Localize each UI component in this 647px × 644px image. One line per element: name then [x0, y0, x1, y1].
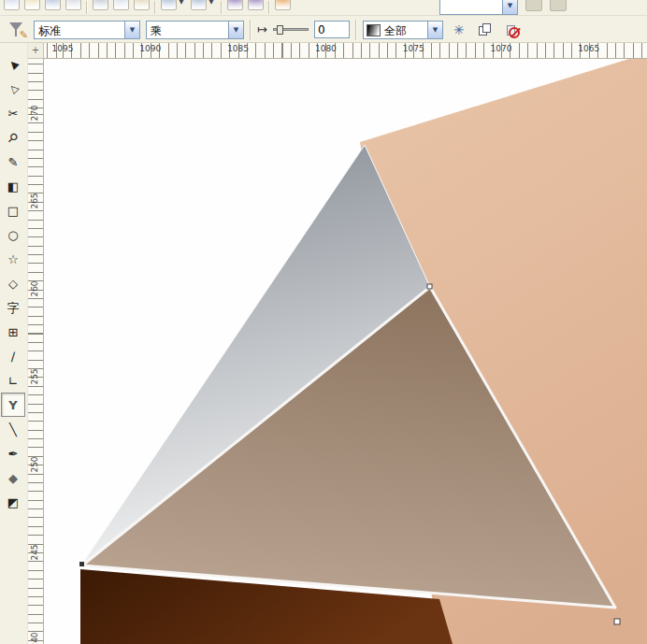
- open-icon: [24, 0, 40, 10]
- ruler-label: 260: [30, 279, 39, 298]
- chevron-down-icon[interactable]: ▼: [124, 21, 139, 38]
- node-handle[interactable]: [79, 562, 84, 566]
- chevron-down-icon[interactable]: ▼: [177, 0, 186, 10]
- ruler-label: 250: [30, 455, 39, 474]
- shape-tool[interactable]: ▷: [1, 77, 25, 101]
- new-document-button[interactable]: [4, 0, 20, 10]
- ruler-label: 1070: [491, 44, 512, 53]
- dimension-tool-icon: ∕: [11, 351, 15, 363]
- crop-tool[interactable]: ✂: [1, 101, 25, 125]
- transparency-operation-dropdown[interactable]: 乘 ▼: [146, 21, 244, 39]
- cut-icon: [93, 0, 108, 10]
- chevron-down-icon[interactable]: ▼: [228, 21, 243, 38]
- ruler-label: 1065: [578, 44, 599, 53]
- copy-icon: [113, 0, 129, 10]
- basic-shapes-tool-icon: ◇: [8, 278, 18, 290]
- undo-button[interactable]: ▼: [161, 0, 186, 10]
- toolbar-separator: [268, 1, 270, 14]
- export-button[interactable]: [248, 0, 264, 10]
- freehand-tool[interactable]: ✎: [1, 150, 25, 174]
- origin-icon: +: [32, 45, 39, 55]
- import-button[interactable]: [227, 0, 243, 10]
- text-tool[interactable]: 字: [1, 295, 25, 320]
- toolbar-separator: [221, 1, 223, 14]
- connector-tool[interactable]: ∟: [1, 368, 25, 393]
- ruler-label: 1075: [403, 44, 424, 53]
- app-window: ▼▼ ▼ ✎ 标准 ▼ 乘 ▼ ↦ 全部 ▼: [0, 0, 647, 644]
- copy-transparency-icon[interactable]: [475, 20, 496, 40]
- zoom-tool[interactable]: ⚲: [1, 125, 25, 150]
- ruler-label: 245: [30, 543, 39, 562]
- paste-button[interactable]: [134, 0, 150, 10]
- connector-tool-icon: ∟: [8, 375, 19, 387]
- open-button[interactable]: [24, 0, 40, 10]
- separator: [250, 20, 252, 40]
- transparency-slider[interactable]: [273, 28, 309, 31]
- fill-tool[interactable]: ◆: [1, 465, 25, 490]
- vertical-ruler[interactable]: 270265260255250245240: [28, 59, 44, 644]
- transparency-tool-icon: Y: [8, 399, 17, 411]
- slider-handle[interactable]: [277, 25, 283, 35]
- copy-button[interactable]: [113, 0, 129, 10]
- transparency-tool[interactable]: Y: [1, 393, 25, 417]
- cut-button[interactable]: [93, 0, 108, 10]
- transparency-value-input[interactable]: [314, 21, 350, 38]
- chevron-down-icon[interactable]: ▼: [207, 0, 216, 10]
- application-launcher-button[interactable]: [275, 0, 291, 10]
- outline-pen-tool[interactable]: ✒: [1, 441, 25, 465]
- smart-fill-tool[interactable]: ◧: [1, 174, 25, 198]
- polygon-tool[interactable]: ☆: [1, 247, 25, 271]
- print-button[interactable]: [65, 0, 81, 10]
- rectangle-tool-icon: □: [7, 205, 19, 217]
- zoom-level-combo[interactable]: ▼: [439, 0, 518, 15]
- table-tool[interactable]: ⊞: [1, 320, 25, 344]
- ruler-label: 270: [30, 104, 39, 122]
- ruler-label: 1095: [52, 44, 74, 53]
- application-launcher-icon: [275, 0, 291, 10]
- zoom-level-value: [440, 0, 502, 14]
- smart-fill-tool-icon: ◧: [7, 180, 19, 193]
- edit-transparency-icon[interactable]: ✎: [6, 19, 28, 41]
- ruler-label: 265: [30, 192, 39, 210]
- drawing-canvas[interactable]: [44, 59, 647, 644]
- toolbar-icon[interactable]: [550, 0, 567, 11]
- property-bar: ✎ 标准 ▼ 乘 ▼ ↦ 全部 ▼ ✳: [0, 17, 647, 43]
- ellipse-tool-icon: ○: [7, 229, 18, 241]
- basic-shapes-tool[interactable]: ◇: [1, 271, 25, 295]
- ellipse-tool[interactable]: ○: [1, 222, 25, 247]
- node-handle[interactable]: [614, 619, 620, 624]
- eyedropper-tool-icon: ╲: [9, 423, 17, 436]
- save-button[interactable]: [45, 0, 61, 10]
- toolbar-separator: [86, 1, 88, 14]
- separator: [355, 20, 357, 40]
- paste-icon: [134, 0, 150, 10]
- clear-transparency-icon[interactable]: [501, 20, 522, 40]
- chevron-down-icon[interactable]: ▼: [427, 21, 442, 38]
- node-handle[interactable]: [427, 284, 432, 289]
- outline-pen-tool-icon: ✒: [8, 448, 19, 460]
- transparency-type-value: 标准: [35, 21, 124, 38]
- redo-button[interactable]: ▼: [191, 0, 216, 10]
- transparency-type-dropdown[interactable]: 标准 ▼: [34, 21, 140, 39]
- ruler-label: 1080: [315, 44, 337, 53]
- eyedropper-tool[interactable]: ╲: [1, 417, 25, 441]
- ruler-label: 1085: [227, 44, 249, 53]
- top-toolbar: ▼▼ ▼: [0, 0, 647, 16]
- rectangle-tool[interactable]: □: [1, 198, 25, 222]
- fill-tool-icon: ◆: [8, 472, 18, 484]
- toolbar-icon[interactable]: [525, 0, 542, 11]
- undo-icon: [161, 0, 177, 10]
- redo-icon: [191, 0, 207, 10]
- horizontal-ruler[interactable]: 1095109010851080107510701065: [44, 43, 647, 59]
- zoom-tool-icon: ⚲: [6, 130, 21, 145]
- transparency-operation-value: 乘: [147, 21, 228, 38]
- freeze-transparency-icon[interactable]: ✳: [449, 20, 469, 40]
- dimension-tool[interactable]: ∕: [1, 344, 25, 368]
- chevron-down-icon[interactable]: ▼: [502, 0, 517, 14]
- ruler-origin-button[interactable]: +: [28, 43, 44, 59]
- transparency-target-dropdown[interactable]: 全部 ▼: [363, 21, 443, 39]
- interactive-fill-tool[interactable]: ◩: [1, 490, 25, 514]
- pick-tool[interactable]: ▶: [1, 52, 25, 77]
- top-toolbar-icons: ▼▼: [4, 0, 291, 14]
- transparency-target-value: 全部: [381, 21, 427, 38]
